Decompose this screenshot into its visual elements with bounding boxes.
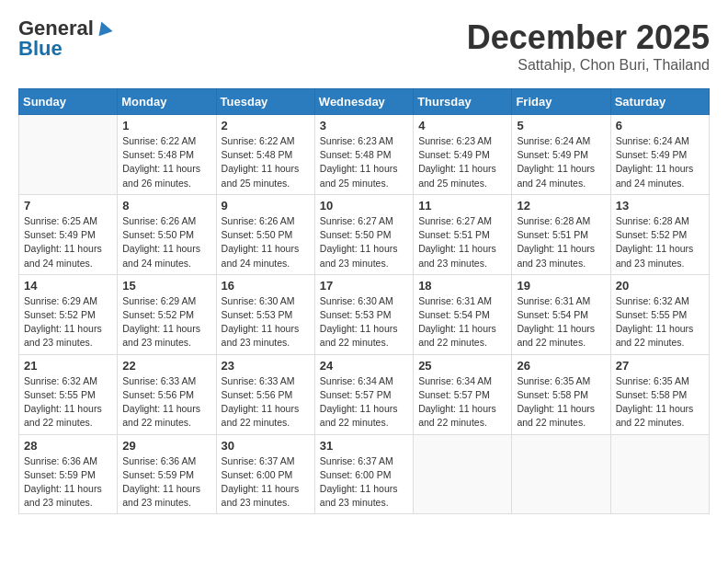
day-info: Sunrise: 6:24 AM Sunset: 5:49 PM Dayligh… <box>517 134 605 190</box>
calendar-cell: 4Sunrise: 6:23 AM Sunset: 5:49 PM Daylig… <box>414 115 512 195</box>
logo: General Blue <box>18 18 114 59</box>
day-number: 11 <box>418 199 506 213</box>
calendar-cell: 31Sunrise: 6:37 AM Sunset: 6:00 PM Dayli… <box>314 434 413 514</box>
day-number: 13 <box>616 199 704 213</box>
day-info: Sunrise: 6:24 AM Sunset: 5:49 PM Dayligh… <box>616 134 704 190</box>
calendar-header-row: SundayMondayTuesdayWednesdayThursdayFrid… <box>19 89 710 115</box>
calendar-cell <box>19 115 118 195</box>
calendar-cell: 7Sunrise: 6:25 AM Sunset: 5:49 PM Daylig… <box>19 194 118 274</box>
day-info: Sunrise: 6:27 AM Sunset: 5:50 PM Dayligh… <box>320 214 408 270</box>
calendar-table: SundayMondayTuesdayWednesdayThursdayFrid… <box>18 88 710 514</box>
calendar-cell: 14Sunrise: 6:29 AM Sunset: 5:52 PM Dayli… <box>19 274 118 354</box>
logo-general: General <box>18 18 94 39</box>
week-row-5: 28Sunrise: 6:36 AM Sunset: 5:59 PM Dayli… <box>19 434 710 514</box>
day-number: 5 <box>517 119 605 132</box>
calendar-cell <box>414 434 512 514</box>
calendar-cell: 20Sunrise: 6:32 AM Sunset: 5:55 PM Dayli… <box>610 274 709 354</box>
day-info: Sunrise: 6:33 AM Sunset: 5:56 PM Dayligh… <box>122 374 210 431</box>
day-number: 20 <box>616 279 704 293</box>
column-header-monday: Monday <box>118 89 216 115</box>
day-number: 17 <box>320 279 408 293</box>
day-number: 22 <box>122 359 210 373</box>
day-number: 2 <box>222 119 310 132</box>
calendar-cell: 2Sunrise: 6:22 AM Sunset: 5:48 PM Daylig… <box>216 115 314 195</box>
day-number: 8 <box>122 199 210 213</box>
day-info: Sunrise: 6:23 AM Sunset: 5:48 PM Dayligh… <box>320 134 408 190</box>
day-number: 15 <box>122 279 210 293</box>
logo-blue: Blue <box>18 39 63 59</box>
day-info: Sunrise: 6:28 AM Sunset: 5:52 PM Dayligh… <box>616 214 704 270</box>
day-info: Sunrise: 6:35 AM Sunset: 5:58 PM Dayligh… <box>517 374 605 431</box>
calendar-cell: 13Sunrise: 6:28 AM Sunset: 5:52 PM Dayli… <box>610 194 709 274</box>
week-row-3: 14Sunrise: 6:29 AM Sunset: 5:52 PM Dayli… <box>19 274 710 354</box>
day-info: Sunrise: 6:26 AM Sunset: 5:50 PM Dayligh… <box>122 214 210 270</box>
calendar-cell: 3Sunrise: 6:23 AM Sunset: 5:48 PM Daylig… <box>314 115 413 195</box>
day-info: Sunrise: 6:30 AM Sunset: 5:53 PM Dayligh… <box>320 294 408 350</box>
column-header-wednesday: Wednesday <box>314 89 413 115</box>
week-row-1: 1Sunrise: 6:22 AM Sunset: 5:48 PM Daylig… <box>19 115 710 195</box>
calendar-cell: 19Sunrise: 6:31 AM Sunset: 5:54 PM Dayli… <box>512 274 610 354</box>
day-info: Sunrise: 6:25 AM Sunset: 5:49 PM Dayligh… <box>24 214 112 270</box>
calendar-cell: 29Sunrise: 6:36 AM Sunset: 5:59 PM Dayli… <box>118 434 216 514</box>
calendar-cell: 27Sunrise: 6:35 AM Sunset: 5:58 PM Dayli… <box>610 354 709 434</box>
day-number: 19 <box>517 279 605 293</box>
day-number: 4 <box>418 119 506 132</box>
calendar-cell: 12Sunrise: 6:28 AM Sunset: 5:51 PM Dayli… <box>512 194 610 274</box>
calendar-cell: 17Sunrise: 6:30 AM Sunset: 5:53 PM Dayli… <box>314 274 413 354</box>
day-info: Sunrise: 6:37 AM Sunset: 6:00 PM Dayligh… <box>222 454 310 511</box>
day-info: Sunrise: 6:34 AM Sunset: 5:57 PM Dayligh… <box>418 374 506 431</box>
column-header-thursday: Thursday <box>414 89 512 115</box>
day-info: Sunrise: 6:32 AM Sunset: 5:55 PM Dayligh… <box>24 374 112 431</box>
column-header-tuesday: Tuesday <box>216 89 314 115</box>
day-info: Sunrise: 6:29 AM Sunset: 5:52 PM Dayligh… <box>24 294 112 350</box>
day-number: 12 <box>517 199 605 213</box>
day-info: Sunrise: 6:22 AM Sunset: 5:48 PM Dayligh… <box>122 134 210 190</box>
day-number: 10 <box>320 199 408 213</box>
calendar-cell: 18Sunrise: 6:31 AM Sunset: 5:54 PM Dayli… <box>414 274 512 354</box>
calendar-cell: 28Sunrise: 6:36 AM Sunset: 5:59 PM Dayli… <box>19 434 118 514</box>
day-number: 6 <box>616 119 704 132</box>
calendar-cell: 11Sunrise: 6:27 AM Sunset: 5:51 PM Dayli… <box>414 194 512 274</box>
day-info: Sunrise: 6:23 AM Sunset: 5:49 PM Dayligh… <box>418 134 506 190</box>
calendar-cell: 22Sunrise: 6:33 AM Sunset: 5:56 PM Dayli… <box>118 354 216 434</box>
day-info: Sunrise: 6:30 AM Sunset: 5:53 PM Dayligh… <box>222 294 310 350</box>
week-row-2: 7Sunrise: 6:25 AM Sunset: 5:49 PM Daylig… <box>19 194 710 274</box>
day-info: Sunrise: 6:26 AM Sunset: 5:50 PM Dayligh… <box>222 214 310 270</box>
day-info: Sunrise: 6:35 AM Sunset: 5:58 PM Dayligh… <box>616 374 704 431</box>
day-info: Sunrise: 6:36 AM Sunset: 5:59 PM Dayligh… <box>24 454 112 511</box>
location-title: Sattahip, Chon Buri, Thailand <box>467 57 710 74</box>
day-number: 18 <box>418 279 506 293</box>
day-number: 30 <box>222 439 310 453</box>
day-info: Sunrise: 6:31 AM Sunset: 5:54 PM Dayligh… <box>418 294 506 350</box>
day-number: 28 <box>24 439 112 453</box>
day-number: 23 <box>222 359 310 373</box>
day-info: Sunrise: 6:31 AM Sunset: 5:54 PM Dayligh… <box>517 294 605 350</box>
day-number: 29 <box>122 439 210 453</box>
day-number: 27 <box>616 359 704 373</box>
calendar-cell: 15Sunrise: 6:29 AM Sunset: 5:52 PM Dayli… <box>118 274 216 354</box>
day-info: Sunrise: 6:29 AM Sunset: 5:52 PM Dayligh… <box>122 294 210 350</box>
calendar-cell: 24Sunrise: 6:34 AM Sunset: 5:57 PM Dayli… <box>314 354 413 434</box>
logo-icon <box>95 19 113 38</box>
day-number: 21 <box>24 359 112 373</box>
calendar-cell <box>610 434 709 514</box>
day-number: 3 <box>320 119 408 132</box>
calendar-cell: 23Sunrise: 6:33 AM Sunset: 5:56 PM Dayli… <box>216 354 314 434</box>
column-header-sunday: Sunday <box>19 89 118 115</box>
day-info: Sunrise: 6:22 AM Sunset: 5:48 PM Dayligh… <box>222 134 310 190</box>
week-row-4: 21Sunrise: 6:32 AM Sunset: 5:55 PM Dayli… <box>19 354 710 434</box>
day-info: Sunrise: 6:33 AM Sunset: 5:56 PM Dayligh… <box>222 374 310 431</box>
calendar-cell: 5Sunrise: 6:24 AM Sunset: 5:49 PM Daylig… <box>512 115 610 195</box>
day-info: Sunrise: 6:32 AM Sunset: 5:55 PM Dayligh… <box>616 294 704 350</box>
calendar-cell: 1Sunrise: 6:22 AM Sunset: 5:48 PM Daylig… <box>118 115 216 195</box>
calendar-cell: 6Sunrise: 6:24 AM Sunset: 5:49 PM Daylig… <box>610 115 709 195</box>
day-number: 24 <box>320 359 408 373</box>
calendar-cell: 9Sunrise: 6:26 AM Sunset: 5:50 PM Daylig… <box>216 194 314 274</box>
day-info: Sunrise: 6:27 AM Sunset: 5:51 PM Dayligh… <box>418 214 506 270</box>
calendar-cell <box>512 434 610 514</box>
svg-marker-0 <box>95 19 113 36</box>
calendar-cell: 10Sunrise: 6:27 AM Sunset: 5:50 PM Dayli… <box>314 194 413 274</box>
day-number: 9 <box>222 199 310 213</box>
day-number: 16 <box>222 279 310 293</box>
calendar-cell: 30Sunrise: 6:37 AM Sunset: 6:00 PM Dayli… <box>216 434 314 514</box>
